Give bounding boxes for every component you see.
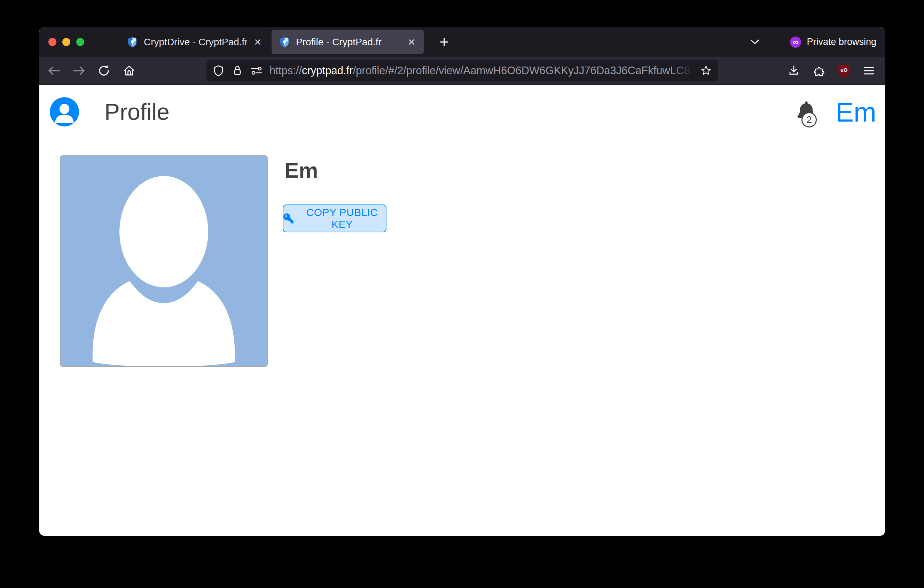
nav-buttons xyxy=(40,62,138,80)
page-content: Profile 2 Em Em COPY PUBLIC KEY xyxy=(40,85,885,535)
reload-icon xyxy=(98,64,111,77)
toolbar-buttons: uO xyxy=(785,62,878,80)
home-icon xyxy=(123,64,135,77)
svg-text:uO: uO xyxy=(840,67,848,73)
home-button[interactable] xyxy=(120,62,138,80)
url-domain: cryptpad.fr xyxy=(302,64,353,77)
cryptpad-favicon xyxy=(126,36,138,48)
hamburger-icon xyxy=(863,66,875,76)
browser-window: CryptDrive - CryptPad.fr ✕ Profile - Cry… xyxy=(40,27,885,536)
downloads-button[interactable] xyxy=(785,62,803,80)
close-tab-icon[interactable]: ✕ xyxy=(406,36,417,48)
tab-cryptdrive[interactable]: CryptDrive - CryptPad.fr ✕ xyxy=(119,30,270,55)
tab-title: CryptDrive - CryptPad.fr xyxy=(144,36,247,48)
copy-public-key-button[interactable]: COPY PUBLIC KEY xyxy=(283,205,386,232)
page-title: Profile xyxy=(104,99,170,125)
cryptpad-header: Profile xyxy=(50,85,170,139)
back-arrow-icon xyxy=(47,65,61,76)
reload-button[interactable] xyxy=(95,62,113,80)
traffic-lights xyxy=(48,38,84,46)
tab-profile-active[interactable]: Profile - CryptPad.fr ✕ xyxy=(272,30,424,55)
tab-bar: CryptDrive - CryptPad.fr ✕ Profile - Cry… xyxy=(40,27,885,57)
default-avatar-silhouette xyxy=(61,156,267,366)
lock-icon[interactable] xyxy=(232,65,243,77)
private-browsing-indicator: ∞ Private browsing xyxy=(790,27,876,57)
notifications-button[interactable]: 2 xyxy=(797,101,817,122)
close-window-button[interactable] xyxy=(48,38,56,46)
notification-count-badge: 2 xyxy=(802,112,817,127)
zoom-window-button[interactable] xyxy=(76,38,84,46)
url-field[interactable]: https://cryptpad.fr/profile/#/2/profile/… xyxy=(269,64,696,77)
back-button[interactable] xyxy=(45,62,63,80)
permissions-settings-icon[interactable] xyxy=(251,66,262,76)
copy-public-key-label: COPY PUBLIC KEY xyxy=(299,206,386,230)
minimize-window-button[interactable] xyxy=(62,38,70,46)
site-security-icons xyxy=(213,65,262,77)
cryptpad-favicon xyxy=(279,36,290,48)
list-all-tabs-button[interactable] xyxy=(747,35,762,49)
download-icon xyxy=(788,65,800,77)
private-browsing-label: Private browsing xyxy=(807,36,876,47)
forward-arrow-icon xyxy=(73,65,86,76)
menu-button[interactable] xyxy=(860,62,878,80)
tab-title: Profile - CryptPad.fr xyxy=(296,36,401,48)
puzzle-piece-icon xyxy=(813,64,825,77)
profile-display-name: Em xyxy=(284,160,318,181)
private-browsing-mask-icon: ∞ xyxy=(790,36,801,48)
ublock-shield-icon: uO xyxy=(837,63,851,78)
close-tab-icon[interactable]: ✕ xyxy=(252,36,263,48)
key-icon xyxy=(284,213,294,224)
address-bar[interactable]: https://cryptpad.fr/profile/#/2/profile/… xyxy=(206,60,718,81)
tracking-protection-shield-icon[interactable] xyxy=(213,65,224,77)
bookmark-star-button[interactable] xyxy=(700,65,712,76)
extensions-button[interactable] xyxy=(810,62,828,80)
forward-button[interactable] xyxy=(70,62,88,80)
star-icon xyxy=(700,65,712,76)
url-scheme: https:// xyxy=(269,64,302,77)
navigation-toolbar: https://cryptpad.fr/profile/#/2/profile/… xyxy=(40,57,885,85)
ublock-origin-button[interactable]: uO xyxy=(835,62,853,80)
url-path: /profile/#/2/profile/view/AamwH6O6DW6GKK… xyxy=(353,64,696,77)
chevron-down-icon xyxy=(749,38,760,45)
new-tab-button[interactable]: + xyxy=(434,32,454,51)
user-menu-link[interactable]: Em xyxy=(836,99,876,126)
cryptpad-user-logo[interactable] xyxy=(50,97,79,126)
profile-avatar xyxy=(60,155,268,367)
